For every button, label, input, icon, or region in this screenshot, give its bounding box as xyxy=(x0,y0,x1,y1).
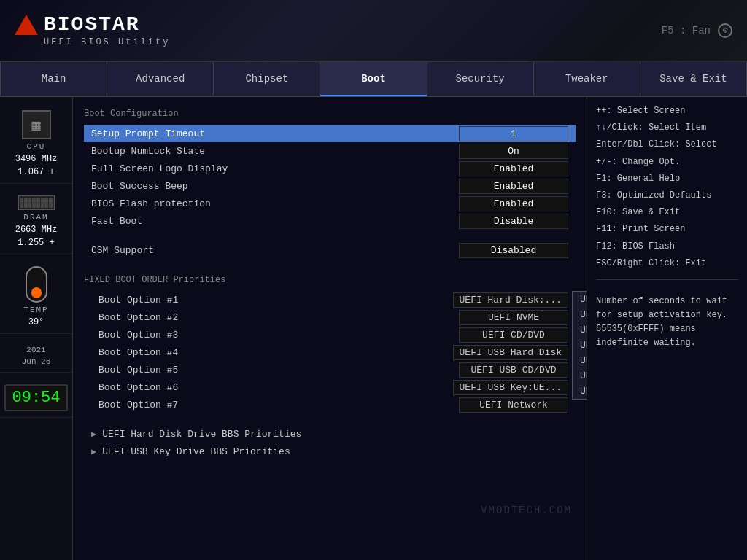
menu-value-setup-timeout[interactable]: 1 xyxy=(459,126,568,141)
main-layout: ▦ CPU 3496 MHz 1.067 + DRAM 2663 MHz 1.2… xyxy=(0,97,747,560)
dropdown-item-usb-hard-disk[interactable]: UEFI USB Hard Disk xyxy=(573,338,587,353)
date-year: 2021 xyxy=(26,346,45,354)
tab-boot[interactable]: Boot xyxy=(320,62,427,96)
menu-item-setup-timeout[interactable]: Setup Prompt Timeout 1 xyxy=(84,125,576,142)
boot-option-5-row[interactable]: Boot Option #5 UEFI USB CD/DVD xyxy=(84,361,576,378)
tab-tweaker[interactable]: Tweaker xyxy=(534,62,640,96)
sidebar-clock: 09:54 xyxy=(0,378,72,418)
header-decoration xyxy=(528,0,747,62)
date-month-day: Jun 26 xyxy=(22,357,51,366)
boot-option-3-row[interactable]: Boot Option #3 UEFI CD/DVD xyxy=(84,326,576,343)
fixed-boot-title: FIXED BOOT ORDER Priorities xyxy=(84,275,576,285)
menu-item-logo[interactable]: Full Screen Logo Display Enabled xyxy=(84,160,576,177)
cpu-freq: 3496 MHz xyxy=(15,154,58,164)
dropdown-item-usb-cd-dvd[interactable]: UEFI USB CD/DVD xyxy=(573,353,587,368)
right-panel: ++: Select Screen ↑↓/Click: Select Item … xyxy=(587,97,747,560)
menu-value-csm[interactable]: Disabled xyxy=(459,243,568,258)
boot-option-6-row[interactable]: Boot Option #6 UEFI USB Key:UE... xyxy=(84,378,576,396)
boot-option-7-label: Boot Option #7 xyxy=(91,400,459,411)
clock-display: 09:54 xyxy=(4,384,67,411)
boot-option-2-value[interactable]: UEFI NVME xyxy=(459,310,568,325)
boot-options-list: Boot Option #1 UEFI Hard Disk:... Boot O… xyxy=(84,291,576,413)
menu-item-label-logo: Full Screen Logo Display xyxy=(91,163,459,174)
dram-freq: 2663 MHz xyxy=(15,225,58,235)
menu-item-label-flash-protection: BIOS Flash protection xyxy=(91,198,459,209)
logo-subtitle: UEFI BIOS Utility xyxy=(44,37,170,47)
left-panel: Boot Configuration Setup Prompt Timeout … xyxy=(73,97,587,560)
cpu-icon: ▦ xyxy=(22,110,51,139)
temp-fill xyxy=(31,287,42,298)
menu-item-numlock[interactable]: Bootup NumLock State On xyxy=(84,142,576,160)
menu-value-beep[interactable]: Enabled xyxy=(459,179,568,194)
sidebar-temp: TEMP 39° xyxy=(0,260,72,334)
dropdown-item-hard-disk[interactable]: UEFI Hard Disk:... xyxy=(573,292,587,307)
boot-option-dropdown[interactable]: UEFI Hard Disk:... UEFI NVME UEFI CD/DVD… xyxy=(572,291,587,400)
tab-chipset[interactable]: Chipset xyxy=(214,62,320,96)
menu-item-fast-boot[interactable]: Fast Boot Disable xyxy=(84,212,576,230)
dropdown-item-usb-key[interactable]: UEFI USB Key:UE... xyxy=(573,368,587,384)
help-change-opt: +/-: Change Opt. xyxy=(596,155,738,169)
boot-option-5-value[interactable]: UEFI USB CD/DVD xyxy=(459,362,568,378)
boot-option-7-row[interactable]: Boot Option #7 UEFI Network xyxy=(84,396,576,413)
expand-arrow-icon: ▶ xyxy=(91,429,96,440)
menu-item-label-beep: Boot Success Beep xyxy=(91,181,459,192)
expandable-usb-bbs[interactable]: ▶ UEFI USB Key Drive BBS Priorities xyxy=(84,443,576,460)
logo-area: BIOSTAR UEFI BIOS Utility xyxy=(15,13,170,47)
menu-value-flash-protection[interactable]: Enabled xyxy=(459,196,568,211)
dropdown-item-cd-dvd[interactable]: UEFI CD/DVD xyxy=(573,322,587,338)
boot-option-6-value[interactable]: UEFI USB Key:UE... xyxy=(453,380,568,395)
menu-value-logo[interactable]: Enabled xyxy=(459,161,568,176)
dram-voltage: 1.255 + xyxy=(18,238,54,248)
watermark: VMODTECH.COM xyxy=(481,505,572,516)
sidebar-dram: DRAM 2663 MHz 1.255 + xyxy=(0,190,72,254)
boot-option-7-value[interactable]: UEFI Network xyxy=(459,397,568,413)
sidebar-cpu: ▦ CPU 3496 MHz 1.067 + xyxy=(0,104,72,184)
content-area: Boot Configuration Setup Prompt Timeout … xyxy=(73,97,747,560)
menu-item-label-numlock: Bootup NumLock State xyxy=(91,146,459,157)
menu-item-csm[interactable]: CSM Support Disabled xyxy=(84,241,576,259)
help-enter: Enter/Dbl Click: Select xyxy=(596,138,738,152)
help-select-screen: ++: Select Screen xyxy=(596,104,738,118)
cpu-label: CPU xyxy=(27,142,46,151)
tab-security[interactable]: Security xyxy=(427,62,534,96)
tab-advanced[interactable]: Advanced xyxy=(107,62,214,96)
menu-value-fast-boot[interactable]: Disable xyxy=(459,214,568,229)
dropdown-item-nvme[interactable]: UEFI NVME xyxy=(573,307,587,322)
ram-icon xyxy=(18,195,55,210)
sidebar: ▦ CPU 3496 MHz 1.067 + DRAM 2663 MHz 1.2… xyxy=(0,97,73,560)
expandable-hdd-label: UEFI Hard Disk Drive BBS Priorities xyxy=(102,429,301,440)
menu-item-label-csm: CSM Support xyxy=(91,245,459,256)
boot-option-1-row[interactable]: Boot Option #1 UEFI Hard Disk:... xyxy=(84,291,576,308)
menu-value-numlock[interactable]: On xyxy=(459,144,568,159)
boot-config-title: Boot Configuration xyxy=(84,109,576,119)
expandable-hdd-bbs[interactable]: ▶ UEFI Hard Disk Drive BBS Priorities xyxy=(84,425,576,443)
boot-option-1-value[interactable]: UEFI Hard Disk:... xyxy=(453,292,568,308)
boot-option-2-label: Boot Option #2 xyxy=(91,312,459,323)
boot-option-2-row[interactable]: Boot Option #2 UEFI NVME xyxy=(84,308,576,326)
help-divider xyxy=(596,279,738,280)
temp-label: TEMP xyxy=(23,306,48,314)
help-f11: F11: Print Screen xyxy=(596,222,738,236)
expandable-usb-label: UEFI USB Key Drive BBS Priorities xyxy=(102,446,290,457)
boot-option-4-row[interactable]: Boot Option #4 UEFI USB Hard Disk xyxy=(84,343,576,361)
menu-item-label-setup-timeout: Setup Prompt Timeout xyxy=(91,128,459,139)
menu-item-flash-protection[interactable]: BIOS Flash protection Enabled xyxy=(84,195,576,212)
boot-option-1-label: Boot Option #1 xyxy=(91,295,453,306)
boot-option-4-label: Boot Option #4 xyxy=(91,347,453,358)
temp-icon xyxy=(26,266,47,303)
tab-main[interactable]: Main xyxy=(0,62,107,96)
tab-save-exit[interactable]: Save & Exit xyxy=(640,62,747,96)
boot-option-6-label: Boot Option #6 xyxy=(91,382,453,393)
menu-item-beep[interactable]: Boot Success Beep Enabled xyxy=(84,177,576,195)
help-f1: F1: General Help xyxy=(596,172,738,186)
help-select-item: ↑↓/Click: Select Item xyxy=(596,121,738,135)
help-f12: F12: BIOS Flash xyxy=(596,240,738,254)
logo-triangle-icon xyxy=(15,15,38,35)
help-esc: ESC/Right Click: Exit xyxy=(596,257,738,271)
boot-option-3-value[interactable]: UEFI CD/DVD xyxy=(459,327,568,343)
header: BIOSTAR UEFI BIOS Utility F5 : Fan ⚙ xyxy=(0,0,747,62)
brand-name: BIOSTAR xyxy=(44,13,140,36)
boot-option-4-value[interactable]: UEFI USB Hard Disk xyxy=(453,345,568,360)
expand-arrow-usb-icon: ▶ xyxy=(91,446,96,457)
dropdown-item-network[interactable]: UEFI Network xyxy=(573,384,587,399)
